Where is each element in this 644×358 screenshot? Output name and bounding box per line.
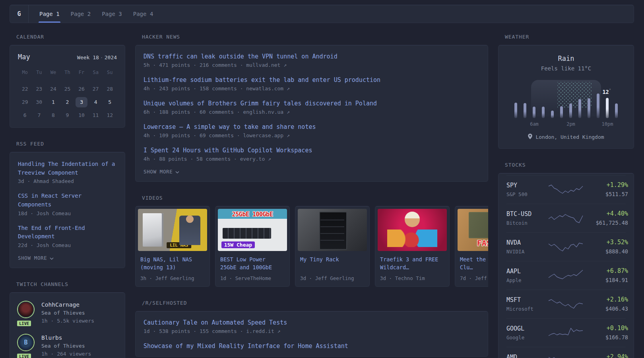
video-title[interactable]: Traefik 3 and FREE Wildcard… <box>380 255 444 272</box>
sparkline-path <box>549 214 583 223</box>
weather-card: Rain Feels like 11°C 12° 6am2pm10pm <box>498 45 634 149</box>
rss-item-title[interactable]: CSS in React Server Components <box>18 192 117 209</box>
stock-identity: NVDA NVIDIA <box>506 239 545 255</box>
reddit-item-title[interactable]: Cautionary Tale on Automated Speed Tests <box>144 319 480 326</box>
video-title[interactable]: Meet the new Linux Clu… <box>460 255 488 272</box>
location-pin-icon <box>528 134 532 140</box>
page-tab[interactable]: Page 4 <box>133 5 153 23</box>
hackernews-item[interactable]: Lithium-free sodium batteries exit the l… <box>144 76 480 91</box>
page-tab[interactable]: Page 3 <box>102 5 122 23</box>
weekday-label: Fr <box>74 68 89 76</box>
stock-row[interactable]: AAPL Apple +6.87% $184.91 <box>506 261 626 290</box>
temperature-bar <box>588 98 590 118</box>
twitch-category[interactable]: Sea of Thieves <box>41 343 91 349</box>
stock-symbol[interactable]: AMD <box>506 354 545 358</box>
hackernews-show-more-button[interactable]: SHOW MORE <box>144 169 480 175</box>
hackernews-item-title[interactable]: Lowercase – A simple way to take and sha… <box>144 123 480 130</box>
twitch-header: TWITCH CHANNELS <box>16 281 125 287</box>
hackernews-widget: HACKER NEWS DNS traffic can leak outside… <box>135 34 488 182</box>
twitch-channel-row[interactable]: LIVE CohhCarnage Sea of Thieves 1h · 5.5… <box>17 301 118 324</box>
calendar-day: 8 <box>47 110 59 121</box>
hackernews-item-title[interactable]: DNS traffic can leak outside the VPN tun… <box>144 53 480 60</box>
stock-name: Microsoft <box>506 306 545 312</box>
rss-show-more-button[interactable]: SHOW MORE <box>18 255 117 261</box>
stock-values: +3.52% $888.40 <box>587 239 628 255</box>
hackernews-item-title[interactable]: Unique volumes of Brothers Grimm fairy t… <box>144 100 480 107</box>
twitch-channel-name[interactable]: Blurbs <box>41 335 91 341</box>
stock-change-percent: +6.87% <box>587 267 628 274</box>
video-title[interactable]: My Tiny Rack <box>300 255 365 272</box>
current-temperature-label: 12° <box>602 88 611 95</box>
video-thumbnail[interactable]: FAST <box>458 209 488 251</box>
video-body: Traefik 3 and FREE Wildcard… 3d · Techno… <box>378 251 447 286</box>
hackernews-item[interactable]: I Spent 24 Hours with GitHub Copilot Wor… <box>144 147 480 162</box>
calendar-day: 4 <box>90 97 102 107</box>
sparkline-path <box>549 328 583 336</box>
stock-row[interactable]: SPY S&P 500 +1.29% $511.57 <box>506 175 626 204</box>
stock-sparkline <box>548 355 584 358</box>
stock-change-percent: +1.29% <box>587 181 628 189</box>
page-tabs: Page 1Page 2Page 3Page 4 <box>29 5 164 23</box>
twitch-category[interactable]: Sea of Thieves <box>41 310 94 316</box>
temperature-bar <box>514 103 517 118</box>
stock-identity: AAPL Apple <box>506 268 545 283</box>
stock-row[interactable]: BTC-USD Bitcoin +4.40% $61,725.48 <box>506 204 626 232</box>
stock-change-percent: +2.16% <box>587 296 628 303</box>
right-column: WEATHER Rain Feels like 11°C 12° 6am2pm1… <box>498 34 634 358</box>
page-tab[interactable]: Page 2 <box>71 5 91 23</box>
stock-sparkline <box>548 241 584 253</box>
rss-item-title[interactable]: The End of Front-End Development <box>18 224 117 241</box>
avatar <box>18 302 34 317</box>
video-thumbnail[interactable] <box>378 209 447 251</box>
hackernews-item-title[interactable]: Lithium-free sodium batteries exit the l… <box>144 76 480 84</box>
stock-row[interactable]: AMD AMD +2.94% $150.45 <box>506 347 626 358</box>
video-body: Big NAS, Lil NAS (moving 13) 3h · Jeff G… <box>138 251 207 286</box>
video-thumbnail[interactable] <box>298 209 367 251</box>
reddit-item-title[interactable]: Showcase of my Mixed Reality Interface f… <box>144 342 480 350</box>
hackernews-item-title[interactable]: I Spent 24 Hours with GitHub Copilot Wor… <box>144 147 480 154</box>
video-title[interactable]: Big NAS, Lil NAS (moving 13) <box>140 255 205 272</box>
twitch-channel-name[interactable]: CohhCarnage <box>41 302 94 308</box>
reddit-widget: /R/SELFHOSTED Cautionary Tale on Automat… <box>135 300 488 357</box>
rss-item[interactable]: Handling The Indentation of a Treeview C… <box>18 160 117 184</box>
calendar-day: 6 <box>19 110 31 121</box>
stock-symbol[interactable]: AAPL <box>506 268 545 275</box>
page-tab[interactable]: Page 1 <box>39 5 60 23</box>
hackernews-item[interactable]: DNS traffic can leak outside the VPN tun… <box>144 53 480 68</box>
video-thumbnail[interactable]: LIL NAS <box>138 209 207 251</box>
stock-row[interactable]: NVDA NVIDIA +3.52% $888.40 <box>506 232 626 261</box>
stock-symbol[interactable]: GOOGL <box>506 325 545 332</box>
stocks-widget: STOCKS SPY S&P 500 <box>498 162 634 358</box>
video-meta: 3d · Techno Tim <box>380 275 444 281</box>
rss-item[interactable]: CSS in React Server Components18d · Josh… <box>18 192 117 216</box>
hackernews-item[interactable]: Lowercase – A simple way to take and sha… <box>144 123 480 138</box>
video-thumbnail[interactable]: 25GbE 100GbE15W Cheap <box>218 209 287 251</box>
stock-symbol[interactable]: SPY <box>506 182 545 189</box>
rss-item-meta: 22d · Josh Comeau <box>18 242 117 248</box>
rss-item[interactable]: The End of Front-End Development22d · Jo… <box>18 224 117 248</box>
videos-header: VIDEOS <box>142 195 488 201</box>
hackernews-item[interactable]: Unique volumes of Brothers Grimm fairy t… <box>144 100 480 115</box>
stocks-header: STOCKS <box>505 162 634 168</box>
hackernews-card: DNS traffic can leak outside the VPN tun… <box>135 45 488 182</box>
stock-row[interactable]: MSFT Microsoft +2.16% $406.43 <box>506 290 626 318</box>
sparkline-path <box>549 300 583 308</box>
rss-item-title[interactable]: Handling The Indentation of a Treeview C… <box>18 160 117 177</box>
hackernews-item-meta: 5h · 471 points · 216 comments · mullvad… <box>144 62 480 68</box>
stock-symbol[interactable]: MSFT <box>506 296 545 304</box>
stock-symbol[interactable]: NVDA <box>506 239 545 246</box>
calendar-day: 5 <box>104 97 116 107</box>
avatar: B <box>18 335 34 350</box>
stock-name: Google <box>506 335 545 340</box>
stock-row[interactable]: GOOGL Google +0.10% $166.78 <box>506 318 626 347</box>
video-meta: 1d · ServeTheHome <box>220 275 285 281</box>
stock-symbol[interactable]: BTC-USD <box>506 210 545 218</box>
live-badge: LIVE <box>16 320 32 327</box>
stock-name: NVIDIA <box>506 249 545 255</box>
video-title[interactable]: BEST Low Power 25GbE and 100GbE Switch… <box>220 255 285 272</box>
time-label: 10pm <box>602 121 613 127</box>
reddit-item[interactable]: Showcase of my Mixed Reality Interface f… <box>144 342 480 350</box>
twitch-channel-row[interactable]: B LIVE Blurbs Sea of Thieves 1h · 264 vi… <box>17 334 118 357</box>
reddit-item[interactable]: Cautionary Tale on Automated Speed Tests… <box>144 319 480 334</box>
stock-sparkline <box>548 298 584 310</box>
